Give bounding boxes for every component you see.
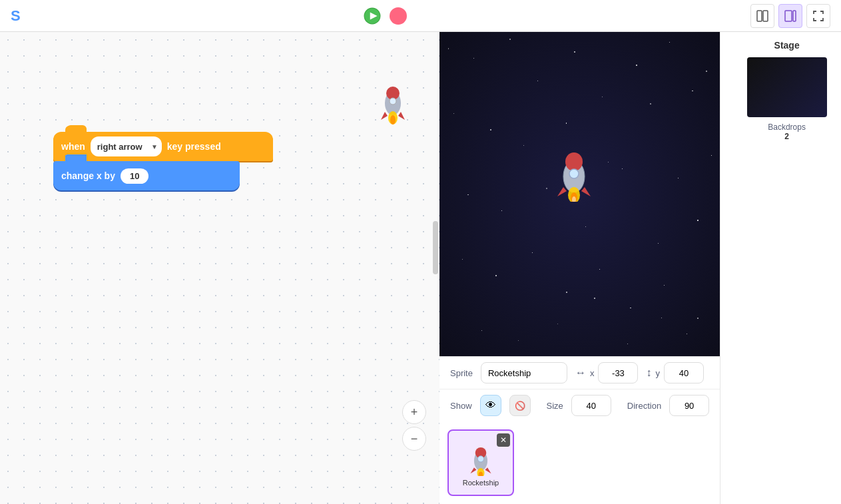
svg-marker-9: [381, 112, 388, 120]
sprite-grid: ✕ Rocketship: [439, 421, 720, 504]
when-label: when: [61, 141, 85, 152]
svg-point-8: [390, 98, 396, 105]
right-panel: Sprite ↔ x ↕ y Show 👁 🚫: [439, 32, 720, 504]
stop-button[interactable]: [390, 7, 407, 25]
show-label: Show: [450, 401, 472, 411]
stage-thumbnail[interactable]: [747, 57, 827, 117]
stage-canvas: [439, 32, 720, 356]
star: [622, 168, 623, 170]
backdrops-count: 2: [784, 132, 789, 141]
sprite-delete-button[interactable]: ✕: [497, 433, 510, 447]
change-x-value[interactable]: 10: [121, 168, 148, 184]
sprite-props-bar: Sprite ↔ x ↕ y: [439, 357, 720, 389]
stage-area: [439, 32, 720, 356]
motion-block: change x by 10: [53, 161, 240, 190]
key-pressed-label: key pressed: [167, 141, 221, 152]
svg-marker-24: [470, 467, 476, 473]
green-flag-button[interactable]: [363, 7, 382, 25]
star: [557, 324, 558, 324]
svg-marker-25: [485, 467, 491, 473]
star: [546, 188, 547, 189]
star: [473, 58, 474, 59]
star: [537, 81, 538, 81]
rocket-sprite: [551, 142, 597, 195]
star: [566, 292, 567, 293]
star: [481, 330, 482, 331]
star: [574, 51, 575, 53]
star: [467, 194, 469, 196]
show-visible-button[interactable]: 👁: [480, 395, 501, 416]
y-coord-group: ↕ y: [646, 362, 704, 383]
star: [711, 155, 712, 156]
zoom-controls: + −: [402, 400, 426, 451]
code-scrollbar[interactable]: [433, 32, 438, 504]
backdrops-label: Backdrops: [768, 123, 806, 132]
svg-point-23: [477, 455, 483, 461]
star: [697, 318, 699, 319]
star: [661, 318, 663, 319]
star: [692, 91, 693, 92]
x-axis-icon: ↔: [575, 367, 586, 379]
direction-input[interactable]: [669, 395, 709, 416]
motion-notch-top: [65, 155, 87, 162]
change-x-label: change x by: [61, 170, 115, 181]
sprite-name-input[interactable]: [481, 362, 567, 383]
size-input[interactable]: [571, 395, 611, 416]
sprite-label: Sprite: [450, 368, 473, 378]
star: [566, 123, 567, 124]
star: [706, 71, 707, 72]
code-panel-rocket-svg: [373, 80, 413, 126]
sprite-card-rocketship[interactable]: ✕ Rocketship: [447, 429, 514, 496]
star: [594, 298, 595, 299]
layout-small-button[interactable]: [750, 4, 774, 28]
code-panel: when right arrow left arrow up arrow dow…: [0, 32, 439, 504]
zoom-in-button[interactable]: +: [402, 400, 426, 424]
sprite-row2: Show 👁 🚫 Size Direction: [439, 389, 720, 421]
svg-rect-5: [793, 11, 796, 21]
code-scrollbar-thumb[interactable]: [433, 221, 438, 274]
playback-controls: [363, 7, 407, 25]
size-label: Size: [547, 401, 563, 411]
direction-label: Direction: [627, 401, 661, 411]
code-panel-sprite-thumb: [373, 80, 413, 120]
zoom-out-button[interactable]: −: [402, 427, 426, 451]
star: [608, 162, 609, 162]
svg-rect-2: [757, 11, 762, 21]
rocket-svg: [551, 142, 597, 202]
show-hidden-button[interactable]: 🚫: [509, 395, 531, 416]
svg-rect-3: [763, 11, 768, 21]
star: [490, 129, 491, 130]
main-content: when right arrow left arrow up arrow dow…: [0, 32, 841, 504]
x-input[interactable]: [598, 362, 638, 383]
y-axis-icon: ↕: [646, 367, 651, 379]
star: [462, 259, 463, 260]
fullscreen-icon: [813, 11, 824, 21]
svg-marker-10: [398, 112, 405, 120]
scratch-blocks: when right arrow left arrow up arrow dow…: [53, 132, 273, 190]
star: [523, 145, 524, 146]
svg-point-14: [565, 152, 583, 171]
star: [501, 210, 502, 211]
layout-small-icon: [756, 10, 768, 22]
x-label: x: [590, 368, 595, 378]
x-coord-group: ↔ x: [575, 362, 639, 383]
layout-normal-button[interactable]: [778, 4, 802, 28]
sprite-card-name: Rocketship: [463, 479, 499, 487]
star: [669, 42, 670, 43]
key-select[interactable]: right arrow left arrow up arrow down arr…: [91, 136, 162, 156]
star: [636, 65, 637, 66]
star: [448, 48, 449, 49]
star: [509, 39, 511, 40]
y-input[interactable]: [664, 362, 704, 383]
svg-point-15: [569, 169, 579, 178]
y-label: y: [655, 368, 660, 378]
top-bar-left: S: [11, 7, 20, 25]
star: [585, 226, 586, 227]
star: [602, 97, 603, 97]
star: [453, 113, 454, 114]
svg-marker-17: [581, 187, 591, 196]
star: [630, 308, 631, 309]
fullscreen-button[interactable]: [806, 4, 830, 28]
block-notch-top: [65, 126, 87, 132]
green-flag-icon: [364, 7, 381, 25]
